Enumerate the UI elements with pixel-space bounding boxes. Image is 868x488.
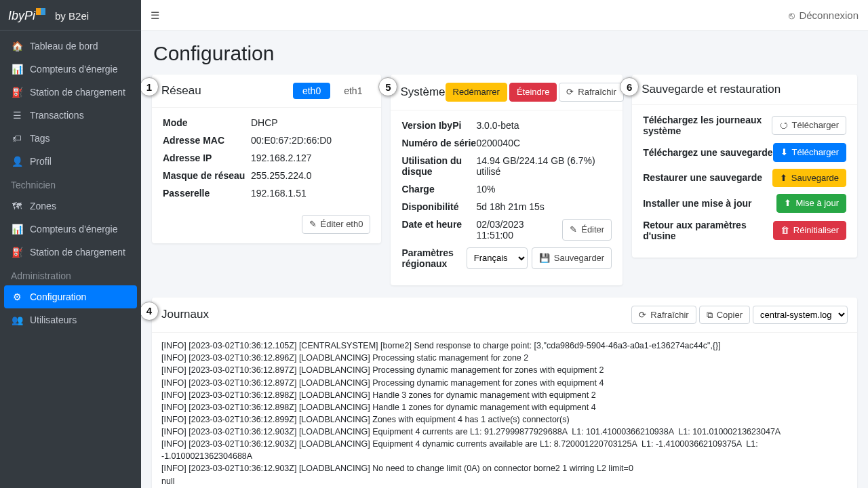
nav-label: Station de chargement	[30, 247, 125, 258]
logs-copy-label: Copier	[717, 310, 743, 321]
download-backup-button[interactable]: ⬇Télécharger	[773, 143, 846, 162]
brand-subtitle: by B2ei	[55, 10, 89, 22]
nav-label: Utilisateurs	[30, 314, 77, 325]
sys-datetime-label: Date et heure	[401, 219, 476, 241]
nav-icon: ☰	[11, 110, 23, 121]
nav-icon: 📊	[11, 64, 23, 75]
brand: IbyPi by B2ei	[0, 0, 141, 30]
nav-label: Configuration	[30, 291, 86, 302]
save-locale-label: Sauvegarder	[554, 253, 604, 264]
net-mac-label: Adresse MAC	[163, 135, 251, 146]
logs-card: 4 Journaux ⟳Rafraîchir ⧉Copier central-s…	[152, 298, 857, 488]
sys-disk-label: Utilisation du disque	[401, 155, 476, 177]
nav-icon: 👤	[11, 156, 23, 167]
sidebar-dashboard[interactable]: 🏠Tableau de bord	[4, 35, 137, 58]
sys-uptime-label: Disponibilité	[401, 201, 476, 212]
sys-locale-label: Paramètres régionaux	[401, 247, 466, 269]
net-mode-value: DHCP	[251, 117, 370, 128]
topbar: ☰ ⎋Déconnexion	[141, 0, 868, 31]
sidebar-users[interactable]: 👥Utilisateurs	[4, 308, 137, 331]
logout-button[interactable]: ⎋Déconnexion	[789, 9, 859, 21]
btn-label: Télécharger	[792, 147, 839, 158]
save-locale-button[interactable]: 💾Sauvegarder	[532, 247, 612, 269]
edit-datetime-button[interactable]: ✎Éditer	[562, 219, 612, 241]
install-update-button[interactable]: ⬆Mise à jour	[776, 194, 846, 213]
edit-icon: ✎	[309, 219, 317, 230]
backup-row-label: Installer une mise à jour	[643, 198, 751, 209]
backup-row-label: Restaurer une sauvegarde	[643, 172, 762, 183]
download-logs-button[interactable]: ⭯Télécharger	[772, 116, 846, 135]
locale-select[interactable]: FrançaisEnglish	[467, 247, 528, 269]
system-refresh-button[interactable]: ⟳Rafraîchir	[559, 83, 623, 102]
sidebar-tech-charging-station[interactable]: ⛽Station de chargement	[4, 241, 137, 264]
restart-button[interactable]: Redémarrer	[446, 83, 507, 102]
nav-label: Tags	[30, 133, 50, 144]
sidebar-energy-meters[interactable]: 📊Compteurs d'énergie	[4, 58, 137, 81]
copy-icon: ⧉	[707, 310, 713, 321]
save-icon: 💾	[539, 253, 550, 264]
sidebar-transactions[interactable]: ☰Transactions	[4, 104, 137, 127]
sidebar-configuration[interactable]: ⚙Configuration	[4, 285, 137, 308]
backup-row-label: Téléchargez les journeaux système	[643, 115, 771, 136]
nav-icon: 📊	[11, 224, 23, 235]
backup-row-label: Retour aux paramètres d'usine	[643, 220, 773, 241]
tab-eth0[interactable]: eth0	[293, 83, 330, 99]
restore-backup-button[interactable]: ⬆Sauvegarde	[772, 169, 846, 188]
sys-version-label: Version IbyPi	[401, 120, 476, 131]
logs-copy-button[interactable]: ⧉Copier	[699, 306, 750, 325]
brand-name: IbyPi	[8, 9, 35, 22]
sys-uptime-value: 5d 18h 21m 15s	[476, 201, 612, 212]
nav-label: Transactions	[30, 110, 84, 121]
logout-label: Déconnexion	[799, 9, 859, 21]
logout-icon: ⎋	[789, 9, 795, 21]
logs-refresh-label: Rafraîchir	[650, 310, 688, 321]
sys-load-label: Charge	[401, 184, 476, 195]
net-mask-label: Masque de réseau	[163, 170, 251, 181]
net-mode-label: Mode	[163, 117, 251, 128]
marker-6: 6	[620, 77, 639, 96]
shutdown-button[interactable]: Éteindre	[509, 83, 557, 102]
system-refresh-label: Rafraîchir	[578, 87, 616, 98]
nav-label: Compteurs d'énergie	[30, 64, 118, 75]
logs-refresh-button[interactable]: ⟳Rafraîchir	[631, 306, 696, 325]
nav-icon: ⛽	[11, 87, 23, 98]
sidebar-charging-station[interactable]: ⛽Station de chargement	[4, 81, 137, 104]
btn-label: Mise à jour	[795, 198, 839, 209]
nav-icon: 🏠	[11, 41, 23, 52]
marker-4: 4	[141, 302, 159, 321]
sidebar-profile[interactable]: 👤Profil	[4, 150, 137, 173]
logs-title: Journaux	[161, 308, 209, 321]
action-icon: ⬆	[780, 173, 787, 184]
nav-label: Profil	[30, 156, 52, 167]
factory-reset-button[interactable]: 🗑Réinitialiser	[773, 221, 846, 240]
sidebar-zones[interactable]: 🗺Zones	[4, 195, 137, 218]
nav-icon: 🗺	[11, 201, 23, 211]
tab-eth1[interactable]: eth1	[334, 83, 372, 99]
nav-label: Compteurs d'énergie	[30, 224, 118, 235]
backup-card: 6 Sauvegarde et restauration Téléchargez…	[632, 75, 857, 258]
net-ip-value: 192.168.2.127	[251, 152, 370, 163]
nav-icon: ⛽	[11, 247, 23, 258]
net-mask-value: 255.255.224.0	[251, 170, 370, 181]
nav-header-admin: Administration	[4, 264, 137, 285]
sidebar-tags[interactable]: 🏷Tags	[4, 127, 137, 150]
logs-body: [INFO] [2023-03-02T10:36:12.105Z] [CENTR…	[152, 333, 857, 488]
btn-label: Sauvegarde	[791, 173, 839, 184]
sys-serial-value: 0200040C	[476, 138, 612, 148]
page-title: Configuration	[153, 42, 857, 65]
shutdown-label: Éteindre	[517, 87, 549, 98]
sys-disk-value: 14.94 GB/224.14 GB (6.7%) utilisé	[476, 155, 612, 177]
btn-label: Réinitialiser	[793, 225, 839, 236]
nav-label: Tableau de bord	[30, 41, 98, 52]
nav-label: Zones	[30, 201, 56, 211]
net-gw-value: 192.168.1.51	[251, 188, 370, 199]
hamburger-icon[interactable]: ☰	[151, 9, 159, 22]
restart-label: Redémarrer	[453, 87, 500, 98]
edit-eth0-button[interactable]: ✎Éditer eth0	[302, 215, 371, 234]
net-mac-value: 00:E0:67:2D:66:D0	[251, 135, 370, 146]
system-title: Système	[400, 85, 445, 99]
action-icon: ⬆	[784, 198, 791, 209]
sidebar-tech-energy-meters[interactable]: 📊Compteurs d'énergie	[4, 218, 137, 241]
log-file-select[interactable]: central-system.log	[753, 306, 848, 324]
action-icon: 🗑	[781, 225, 789, 236]
